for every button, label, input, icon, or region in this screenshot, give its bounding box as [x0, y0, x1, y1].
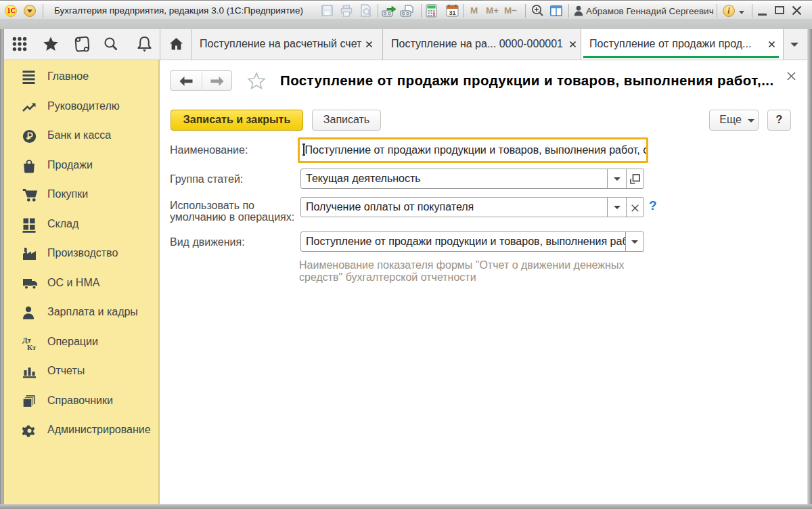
svg-text:31: 31: [449, 9, 455, 16]
svg-text:Кт: Кт: [27, 343, 37, 351]
